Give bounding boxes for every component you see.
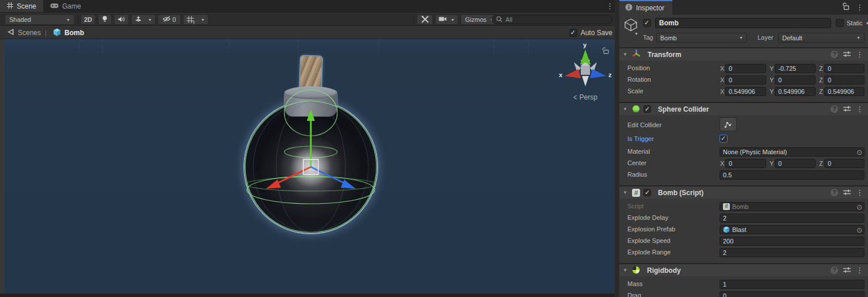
gizmo-y-arrowhead[interactable] xyxy=(307,109,315,121)
foldout-icon[interactable]: ▼ xyxy=(623,52,629,57)
component-kebab-icon[interactable]: ⋮ xyxy=(856,51,863,58)
component-kebab-icon[interactable]: ⋮ xyxy=(856,105,863,113)
gizmo-axis-x-cone[interactable] xyxy=(565,69,581,78)
edit-collider-button[interactable] xyxy=(719,117,737,131)
rotation-row: Rotation X0 Y0 Z0 xyxy=(619,74,868,86)
bomb-script-enabled-checkbox[interactable] xyxy=(644,189,651,196)
tab-inspector[interactable]: Inspector xyxy=(619,0,672,14)
radius-field[interactable]: 0.5 xyxy=(719,170,865,180)
static-toggle[interactable]: Static ▼ xyxy=(836,19,868,27)
is-trigger-checkbox[interactable] xyxy=(719,135,728,143)
lock-icon[interactable] xyxy=(843,2,850,12)
explode-delay-field[interactable]: 2 xyxy=(719,214,865,223)
static-checkbox[interactable] xyxy=(836,19,844,27)
scene-search-field[interactable] xyxy=(492,15,612,24)
component-kebab-icon[interactable]: ⋮ xyxy=(856,189,863,196)
gizmo-z-arrowhead[interactable] xyxy=(341,180,356,189)
sphere-collider-header[interactable]: ▼ Sphere Collider ? ⋮ xyxy=(619,103,868,115)
help-icon[interactable]: ? xyxy=(831,105,838,113)
projection-toggle[interactable]: <Persp xyxy=(557,93,614,101)
inspector-kebab-icon[interactable]: ⋮ xyxy=(856,3,863,11)
camera-settings-dropdown[interactable]: ▼ xyxy=(435,14,458,25)
scene-tab-kebab-icon[interactable]: ⋮ xyxy=(606,2,614,10)
tab-game[interactable]: Game xyxy=(43,0,88,12)
object-picker-icon[interactable]: ⊙ xyxy=(856,203,862,211)
auto-save-toggle[interactable]: Auto Save xyxy=(569,26,612,39)
position-x-field[interactable]: 0 xyxy=(725,64,766,73)
foldout-icon[interactable]: ▼ xyxy=(623,106,629,112)
move-tool-gizmo[interactable] xyxy=(5,39,615,294)
tag-value: Bomb xyxy=(660,35,677,41)
help-icon[interactable]: ? xyxy=(831,189,838,196)
rotation-z-field[interactable]: 0 xyxy=(824,75,865,85)
shading-mode-dropdown[interactable]: Shaded ▼ xyxy=(5,14,75,25)
tag-dropdown[interactable]: Bomb ▼ xyxy=(656,33,747,43)
layer-dropdown[interactable]: Default ▼ xyxy=(778,33,865,43)
tab-scene-label: Scene xyxy=(17,2,36,10)
2d-toggle-button[interactable]: 2D xyxy=(81,14,96,25)
sphere-collider-enabled-checkbox[interactable] xyxy=(644,105,651,113)
explosion-prefab-object-field[interactable]: Blast ⊙ xyxy=(719,225,865,234)
gizmo-axis-z-cone[interactable] xyxy=(590,69,606,78)
gizmo-lock-icon[interactable] xyxy=(602,46,609,56)
effects-dropdown-button[interactable]: ▼ xyxy=(131,14,155,25)
help-icon[interactable]: ? xyxy=(831,266,838,274)
position-y-field[interactable]: -0.725 xyxy=(775,64,816,73)
script-object-field[interactable]: # Bomb ⊙ xyxy=(719,202,865,211)
tag-label: Tag xyxy=(643,34,653,41)
axis-y-label: Y xyxy=(770,160,774,167)
rotation-y-field[interactable]: 0 xyxy=(775,75,816,85)
axis-z-label: Z xyxy=(819,65,823,72)
position-row: Position X0 Y-0.725 Z0 xyxy=(619,63,868,74)
scale-y-field[interactable]: 0.549906 xyxy=(775,87,816,96)
presets-icon[interactable] xyxy=(843,189,851,197)
foldout-icon[interactable]: ▼ xyxy=(623,268,629,273)
gameobject-cube-icon[interactable] xyxy=(624,18,638,33)
rigidbody-header[interactable]: ▼ Rigidbody ? ⋮ xyxy=(619,264,868,276)
gizmo-x-arrowhead[interactable] xyxy=(266,180,281,189)
presets-icon[interactable] xyxy=(843,51,851,59)
active-checkbox[interactable] xyxy=(643,19,651,27)
center-z-field[interactable]: 0 xyxy=(824,159,865,168)
mass-label: Mass xyxy=(627,280,642,287)
mass-field[interactable]: 1 xyxy=(719,280,865,289)
material-object-field[interactable]: None (Physic Material) ⊙ xyxy=(719,147,865,157)
drag-field[interactable]: 0 xyxy=(719,291,865,297)
foldout-icon[interactable]: ▼ xyxy=(623,190,629,195)
help-icon[interactable]: ? xyxy=(831,51,838,58)
presets-icon[interactable] xyxy=(843,105,851,113)
grid-visibility-dropdown[interactable]: Y ▼ xyxy=(183,14,208,25)
auto-save-checkbox[interactable] xyxy=(569,29,577,37)
bomb-script-header[interactable]: ▼ # Bomb (Script) ? ⋮ xyxy=(619,186,868,199)
lighting-toggle-button[interactable] xyxy=(98,14,112,25)
scale-z-field[interactable]: 0.549906 xyxy=(824,87,865,96)
component-kebab-icon[interactable]: ⋮ xyxy=(856,266,863,274)
explode-range-field[interactable]: 2 xyxy=(719,248,865,257)
rotation-x-field[interactable]: 0 xyxy=(725,75,766,85)
tools-button[interactable] xyxy=(417,14,433,25)
object-picker-icon[interactable]: ⊙ xyxy=(856,148,862,157)
scene-visibility-button[interactable]: 0 xyxy=(158,14,181,25)
center-y-field[interactable]: 0 xyxy=(775,159,816,168)
explode-speed-field[interactable]: 200 xyxy=(719,237,865,246)
presets-icon[interactable] xyxy=(843,266,851,275)
tab-scene[interactable]: Scene xyxy=(0,0,43,12)
explode-range-row: Explode Range 2 xyxy=(619,247,868,258)
scale-x-field[interactable]: 0.549906 xyxy=(725,87,766,96)
persp-label: Persp xyxy=(580,93,597,101)
search-input[interactable] xyxy=(505,16,597,23)
gizmo-center-cube[interactable] xyxy=(581,66,590,75)
breadcrumb-scenes[interactable]: Scenes xyxy=(7,26,41,39)
panel-splitter[interactable] xyxy=(615,0,619,297)
gameobject-name-field[interactable] xyxy=(655,18,831,28)
center-x-field[interactable]: 0 xyxy=(725,159,766,168)
audio-toggle-button[interactable] xyxy=(114,14,129,25)
gizmo-center-handle[interactable] xyxy=(303,159,318,174)
center-row: Center X0 Y0 Z0 xyxy=(619,158,868,169)
position-z-field[interactable]: 0 xyxy=(824,64,865,73)
object-picker-icon[interactable]: ⊙ xyxy=(856,226,862,234)
breadcrumb-bomb[interactable]: Bomb xyxy=(53,26,84,39)
transform-header[interactable]: ▼ Transform ? ⋮ xyxy=(619,48,868,60)
scene-viewport[interactable]: y x z <Persp xyxy=(5,39,615,294)
chevron-down-icon: ▼ xyxy=(201,18,205,22)
